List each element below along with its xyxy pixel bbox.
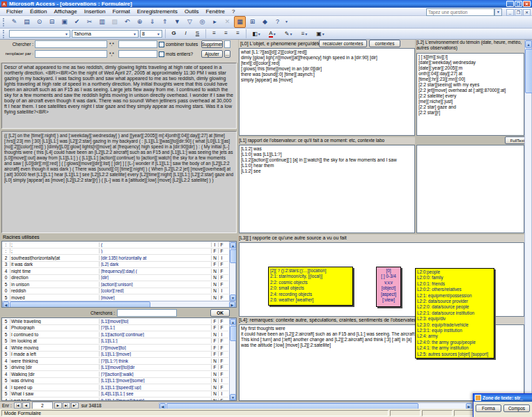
l2-secondary-textbox[interactable]: [416, 145, 524, 233]
undo-icon[interactable]: ↶: [121, 16, 133, 28]
scroll-up-icon[interactable]: ▲: [525, 40, 532, 48]
file-search-icon[interactable]: ⊙: [33, 16, 45, 28]
toolbar-options-icon[interactable]: ▼: [284, 17, 289, 27]
list-item[interactable]: 5 was driving [L1][L1:][move][some] N I: [2, 378, 228, 385]
new-record-button[interactable]: ▶*: [71, 402, 79, 409]
filter-by-form-icon[interactable]: ▽: [184, 16, 196, 28]
hyperlink-icon[interactable]: ⊕: [134, 16, 146, 28]
print-icon[interactable]: ⊟: [46, 16, 58, 28]
more-button[interactable]: ...: [224, 50, 230, 58]
table-row[interactable]: 2 southeast[horizontally]at [dir:135] ho…: [2, 255, 228, 262]
note-cosmic-objects[interactable]: [2][ ? ():2:stars:():...][location]2:1: …: [268, 267, 353, 306]
scroll-right-icon[interactable]: ▶: [229, 301, 235, 308]
format-tab-button[interactable]: Forma: [476, 404, 501, 412]
l0-textbox[interactable]: what [L1:?][as][d][:2][[color][:red]] di…: [239, 48, 415, 136]
form-vertical-scrollbar[interactable]: ▲ ▼: [524, 40, 532, 401]
list-item[interactable]: 4 were thinking [?][L1:?] think N F: [2, 358, 228, 365]
print-preview-icon[interactable]: ▣: [58, 16, 70, 28]
menu-item[interactable]: Outils: [181, 8, 202, 15]
sort-ascending-icon[interactable]: ⇓: [146, 16, 158, 28]
previous-record-button[interactable]: ◀: [22, 402, 30, 409]
delete-record-icon[interactable]: ✕: [221, 16, 233, 28]
align-left-icon[interactable]: ≡: [209, 29, 219, 39]
database-window-icon[interactable]: ⊞: [247, 16, 258, 28]
small-find-field[interactable]: [224, 40, 230, 48]
narrative-textbox[interactable]: Descr of what appeared to me as two redd…: [1, 63, 237, 129]
first-record-button[interactable]: |◀: [14, 402, 22, 409]
compose-tab-button[interactable]: Compos: [503, 404, 530, 412]
roots-vertical-scrollbar[interactable]: ▲ ▼: [229, 242, 236, 301]
goto-field-combobox[interactable]: ▼: [9, 30, 70, 38]
current-record-field[interactable]: 2: [32, 402, 53, 409]
ok-button[interactable]: OK: [210, 309, 230, 317]
whole-words-checkbox[interactable]: [159, 52, 164, 57]
l1-textbox[interactable]: [L1:2] was [L1:0] was [L1][L1:?] [L1:2][…: [239, 145, 415, 233]
list-item[interactable]: 4 Photograph [?][L1:] F F: [2, 325, 228, 332]
table-row[interactable]: 0 direction [dir] N F: [2, 275, 228, 282]
add-button[interactable]: Ajouter: [201, 50, 223, 58]
align-right-icon[interactable]: ≡: [233, 29, 243, 39]
recalc-contexts-button[interactable]: recalculer contextes: [319, 40, 367, 47]
phrases-vertical-scrollbar[interactable]: ▲ ▼: [229, 318, 236, 400]
spelling-icon[interactable]: ✔: [71, 16, 83, 28]
new-record-icon[interactable]: ▸: [209, 16, 221, 28]
menu-item[interactable]: Fenêtre: [202, 8, 228, 15]
menu-item[interactable]: Insertion: [81, 8, 109, 15]
scroll-down-icon[interactable]: ▼: [230, 294, 236, 301]
replace-input[interactable]: [35, 50, 107, 58]
table-row[interactable]: 4 night time [frequency][:day] ( N F: [2, 268, 228, 275]
menu-item[interactable]: Affichage: [50, 8, 80, 15]
close-icon[interactable]: ✕: [523, 1, 531, 7]
scroll-left-icon[interactable]: ◀: [3, 301, 9, 308]
line-color-button[interactable]: ✎▼: [281, 29, 296, 39]
properties-title-bar[interactable]: Zone de texte: str_: [474, 394, 532, 402]
l2-textbox[interactable]: ] [:s][im][:su][:l] [date][:weekday] wed…: [416, 53, 524, 136]
font-name-combobox[interactable]: Tahoma▼: [72, 30, 139, 38]
table-row[interactable]: 0 reddish [color][:red] N I: [2, 288, 228, 295]
scroll-thumb[interactable]: [525, 49, 532, 93]
view-form-icon[interactable]: ✎: [8, 16, 20, 28]
minimize-icon[interactable]: _: [506, 1, 514, 7]
properties-icon[interactable]: ▦: [234, 16, 246, 28]
contexts-button[interactable]: contextes: [369, 40, 400, 47]
maximize-icon[interactable]: ❒: [515, 1, 522, 7]
table-row[interactable]: 5 moved [move] N F: [2, 294, 228, 301]
chevron-down-icon[interactable]: ▼: [494, 8, 502, 16]
align-center-icon[interactable]: ≡: [221, 29, 231, 39]
new-object-icon[interactable]: ◆: [259, 16, 271, 28]
scroll-thumb[interactable]: [230, 326, 237, 341]
delete-button[interactable]: Supprimer: [201, 40, 223, 48]
help-icon[interactable]: ?: [272, 16, 283, 28]
menu-item[interactable]: Format: [109, 8, 133, 15]
toolbar-grip[interactable]: [3, 30, 6, 38]
mdi-minimize-icon[interactable]: _: [506, 9, 514, 16]
table-row[interactable]: : ; ) F F: [2, 249, 228, 255]
list-item[interactable]: 5 Im looking at [L1][L1:] F F: [2, 338, 228, 345]
list-item[interactable]: 4 I speed up [L1][L1:][speed][:up] N F: [2, 384, 228, 391]
list-item[interactable]: 4 I get back [L1][L1:][move][:back] N F: [2, 398, 228, 400]
underline-button[interactable]: S: [192, 29, 203, 39]
cut-icon[interactable]: ✂: [84, 16, 95, 28]
mdi-restore-icon[interactable]: ❒: [515, 9, 522, 16]
list-item[interactable]: 5 driving [dir [L1][move][to][dir F F: [2, 365, 228, 372]
find-context-input[interactable]: [118, 40, 157, 48]
menu-item[interactable]: ?: [228, 8, 238, 15]
annotated-textbox[interactable]: (( [L2] on the [time][:night] ) and [:we…: [1, 131, 237, 233]
scroll-up-icon[interactable]: ▲: [230, 319, 236, 325]
scroll-thumb[interactable]: [230, 249, 237, 263]
find-input[interactable]: [35, 40, 107, 48]
font-color-button[interactable]: A▼: [265, 29, 280, 39]
sort-descending-icon[interactable]: ⇑: [159, 16, 171, 28]
combine-all-checkbox[interactable]: [159, 42, 164, 47]
font-size-combobox[interactable]: 8▼: [140, 30, 162, 38]
ask-question-input[interactable]: Tapez une question: [426, 8, 494, 16]
list-item[interactable]: 5 What I saw [L4][L1][L1:] see N I: [2, 391, 228, 398]
mdi-close-icon[interactable]: ✕: [523, 9, 531, 16]
table-row[interactable]: 3 it was dark [L2] dark F F: [2, 262, 228, 269]
scroll-up-icon[interactable]: ▲: [230, 242, 236, 249]
list-item[interactable]: 5 While traveling [L1][move][to] F F: [2, 318, 228, 325]
note-l2-taxonomy[interactable]: L2:0:peopleL2:0:0: familyL2:0:1: friends…: [415, 268, 494, 359]
border-width-button[interactable]: ≡▼: [297, 29, 312, 39]
filter-by-selection-icon[interactable]: ▼: [171, 16, 183, 28]
roots-horizontal-scrollbar[interactable]: ◀ ▶: [2, 301, 236, 308]
